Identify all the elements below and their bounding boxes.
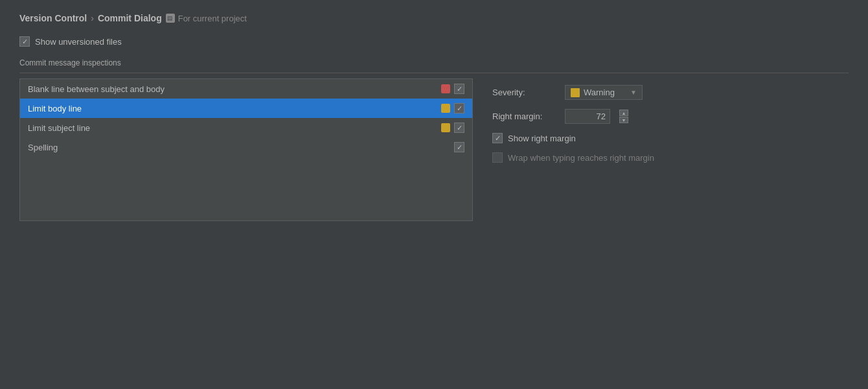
margin-label: Right margin: bbox=[492, 112, 557, 121]
show-unversioned-row: Show unversioned files bbox=[19, 36, 849, 47]
row-checkbox[interactable] bbox=[454, 84, 464, 94]
margin-input[interactable] bbox=[565, 109, 610, 124]
show-right-margin-checkbox[interactable] bbox=[492, 133, 503, 143]
wrap-checkbox[interactable] bbox=[492, 152, 503, 163]
severity-value: Warning bbox=[584, 88, 626, 97]
breadcrumb-project: ▤ For current project bbox=[166, 14, 247, 23]
margin-row: Right margin: ▲ ▼ bbox=[492, 109, 725, 124]
severity-color-square bbox=[571, 88, 580, 97]
inspection-row[interactable]: Limit body line bbox=[20, 99, 472, 118]
inspection-label: Limit body line bbox=[28, 104, 437, 113]
dropdown-arrow-icon: ▼ bbox=[630, 89, 637, 96]
inspection-row[interactable]: Limit subject line bbox=[20, 118, 472, 137]
section-label: Commit message inspections bbox=[19, 58, 849, 67]
show-right-margin-row: Show right margin bbox=[492, 133, 725, 143]
breadcrumb-part1: Version Control bbox=[19, 13, 87, 23]
main-layout: Blank line between subject and bodyLimit… bbox=[19, 78, 849, 221]
row-checkbox[interactable] bbox=[454, 142, 464, 152]
severity-dot bbox=[441, 123, 450, 132]
details-panel: Severity: Warning ▼ Right margin: ▲ ▼ Sh… bbox=[473, 78, 745, 221]
section-divider bbox=[19, 73, 849, 73]
wrap-row: Wrap when typing reaches right margin bbox=[492, 152, 725, 163]
breadcrumb-part2: Commit Dialog bbox=[98, 13, 162, 23]
row-checkbox[interactable] bbox=[454, 123, 464, 133]
show-right-margin-label: Show right margin bbox=[508, 134, 576, 143]
breadcrumb: Version Control › Commit Dialog ▤ For cu… bbox=[19, 13, 849, 23]
spinner-down[interactable]: ▼ bbox=[619, 117, 628, 123]
inspection-row[interactable]: Spelling bbox=[20, 137, 472, 157]
project-icon: ▤ bbox=[166, 14, 175, 23]
severity-dropdown[interactable]: Warning ▼ bbox=[565, 85, 643, 100]
breadcrumb-project-label: For current project bbox=[178, 14, 247, 23]
severity-dot bbox=[441, 84, 450, 93]
inspections-table: Blank line between subject and bodyLimit… bbox=[19, 78, 473, 221]
inspection-label: Spelling bbox=[28, 143, 450, 152]
spinner-up[interactable]: ▲ bbox=[619, 110, 628, 116]
severity-row: Severity: Warning ▼ bbox=[492, 85, 725, 100]
severity-dot bbox=[441, 104, 450, 113]
row-checkbox[interactable] bbox=[454, 103, 464, 113]
severity-label: Severity: bbox=[492, 88, 557, 97]
inspection-label: Limit subject line bbox=[28, 123, 437, 133]
inspection-row[interactable]: Blank line between subject and body bbox=[20, 79, 472, 99]
margin-spinner: ▲ ▼ bbox=[619, 110, 628, 123]
inspection-label: Blank line between subject and body bbox=[28, 84, 437, 94]
breadcrumb-separator: › bbox=[91, 13, 94, 23]
wrap-label: Wrap when typing reaches right margin bbox=[508, 153, 654, 163]
show-unversioned-checkbox[interactable] bbox=[19, 36, 30, 47]
show-unversioned-label: Show unversioned files bbox=[35, 37, 122, 47]
